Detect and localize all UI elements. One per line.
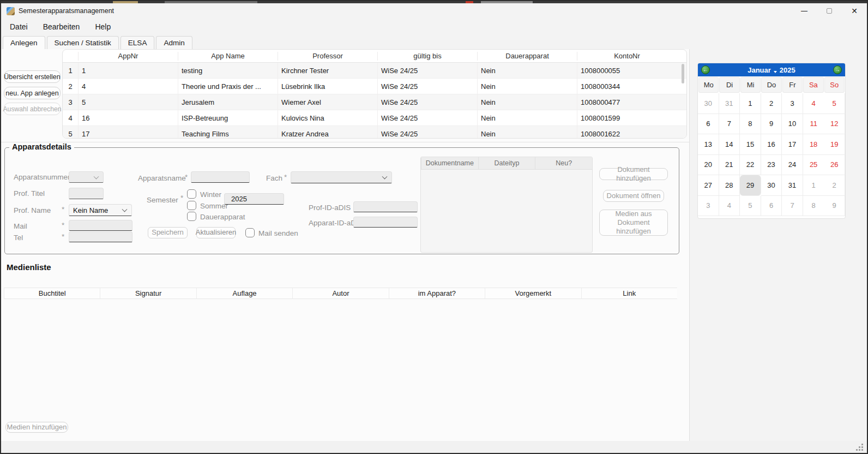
calendar-day[interactable]: 20 bbox=[698, 155, 719, 176]
add-media-from-document-button[interactable]: Medien aus Dokument hinzufügen bbox=[599, 210, 668, 236]
calendar-day[interactable]: 1 bbox=[803, 175, 824, 196]
medien-column-header[interactable]: Autor bbox=[292, 288, 388, 298]
cancel-selection-button[interactable]: Auswahl abbrechen bbox=[4, 103, 61, 115]
apparat-id-adis-input[interactable] bbox=[353, 217, 418, 228]
calendar-day[interactable]: 19 bbox=[824, 134, 845, 155]
table-row[interactable]: 5 17 Teaching Films Kratzer Andrea WiSe … bbox=[63, 126, 686, 139]
calendar-day[interactable]: 18 bbox=[803, 134, 824, 155]
calendar-day[interactable]: 31 bbox=[719, 93, 740, 114]
apparatsnummer-select[interactable] bbox=[69, 171, 104, 183]
table-scrollbar[interactable] bbox=[682, 64, 684, 136]
add-document-button[interactable]: Dokument hinzufügen bbox=[599, 168, 668, 180]
tab[interactable]: ELSA bbox=[120, 36, 155, 49]
calendar-day[interactable]: 31 bbox=[782, 175, 803, 196]
dauerapparat-checkbox[interactable] bbox=[187, 212, 196, 221]
calendar-day[interactable]: 2 bbox=[824, 175, 845, 196]
mail-input[interactable] bbox=[69, 220, 132, 231]
calendar-day[interactable]: 24 bbox=[782, 155, 803, 176]
calendar-day[interactable]: 10 bbox=[782, 114, 803, 135]
column-header[interactable]: Professor bbox=[278, 52, 377, 61]
required-marker: * bbox=[284, 173, 287, 181]
calendar-day[interactable]: 8 bbox=[740, 114, 761, 135]
calendar-day[interactable]: 9 bbox=[824, 196, 845, 217]
close-button[interactable]: ✕ bbox=[842, 3, 867, 19]
menu-item[interactable]: Datei bbox=[2, 19, 35, 34]
save-button[interactable]: Speichern bbox=[148, 227, 188, 238]
calendar-day[interactable]: 16 bbox=[761, 134, 782, 155]
next-month-button[interactable]: → bbox=[833, 65, 842, 74]
medien-column-header[interactable]: Buchtitel bbox=[4, 288, 100, 298]
prof-id-adis-input[interactable] bbox=[353, 201, 418, 212]
calendar-day[interactable]: 25 bbox=[803, 155, 824, 176]
winter-checkbox[interactable] bbox=[187, 189, 196, 199]
calendar-day[interactable]: 7 bbox=[782, 196, 803, 217]
calendar-day[interactable]: 7 bbox=[719, 114, 740, 135]
calendar-day[interactable]: 4 bbox=[803, 93, 824, 114]
column-header[interactable]: KontoNr bbox=[577, 52, 677, 61]
calendar-day[interactable]: 21 bbox=[719, 155, 740, 176]
tab[interactable]: Anlegen bbox=[3, 36, 45, 49]
apparatsname-input[interactable] bbox=[191, 171, 250, 183]
calendar-day[interactable]: 6 bbox=[761, 196, 782, 217]
tab[interactable]: Suchen / Statistik bbox=[47, 36, 119, 49]
calendar-day[interactable]: 2 bbox=[761, 93, 782, 114]
calendar-day[interactable]: 27 bbox=[698, 175, 719, 196]
tab[interactable]: Admin bbox=[156, 36, 192, 49]
prof-titel-input[interactable] bbox=[69, 188, 104, 199]
update-button[interactable]: Aktualisieren bbox=[196, 227, 236, 238]
calendar-day[interactable]: 17 bbox=[782, 134, 803, 155]
calendar-day[interactable]: 4 bbox=[719, 196, 740, 217]
menu-item[interactable]: Bearbeiten bbox=[35, 19, 88, 34]
previous-month-button[interactable]: ← bbox=[701, 65, 710, 74]
calendar-title[interactable]: Januar 2025 bbox=[748, 66, 795, 74]
column-header[interactable]: AppNr bbox=[78, 52, 178, 61]
tel-input[interactable] bbox=[69, 231, 132, 242]
semester-year-input[interactable] bbox=[224, 193, 284, 205]
calendar-day[interactable]: 30 bbox=[761, 175, 782, 196]
medien-column-header[interactable]: Auflage bbox=[196, 288, 292, 298]
medien-column-header[interactable]: Vorgemerkt bbox=[485, 288, 581, 298]
medien-column-header[interactable]: Link bbox=[581, 288, 677, 298]
table-row[interactable]: 1 1 testing Kirchner Tester WiSe 24/25 N… bbox=[63, 63, 686, 79]
table-row[interactable]: 4 16 ISP-Betreuung Kulovics Nina WiSe 24… bbox=[63, 110, 686, 126]
fach-select[interactable] bbox=[291, 171, 392, 183]
calendar-day[interactable]: 12 bbox=[824, 114, 845, 135]
table-row[interactable]: 2 4 Theorie und Praxis der ... Lüsebrink… bbox=[63, 79, 686, 94]
calendar-day[interactable]: 6 bbox=[698, 114, 719, 135]
table-row[interactable]: 3 5 Jerusalem Wiemer Axel WiSe 24/25 Nei… bbox=[63, 94, 686, 110]
calendar-day[interactable]: 14 bbox=[719, 134, 740, 155]
resize-grip[interactable] bbox=[856, 444, 864, 451]
calendar-day[interactable]: 11 bbox=[803, 114, 824, 135]
calendar-day[interactable]: 13 bbox=[698, 134, 719, 155]
scrollbar-thumb[interactable] bbox=[682, 64, 684, 83]
medien-column-header[interactable]: Signatur bbox=[100, 288, 196, 298]
prof-name-select[interactable]: Kein Name bbox=[69, 204, 132, 216]
calendar-day[interactable]: 22 bbox=[740, 155, 761, 176]
calendar-day[interactable]: 3 bbox=[698, 196, 719, 217]
sommer-checkbox[interactable] bbox=[187, 201, 196, 210]
calendar-day[interactable]: 28 bbox=[719, 175, 740, 196]
calendar-day[interactable]: 8 bbox=[803, 196, 824, 217]
mail-senden-checkbox[interactable] bbox=[245, 228, 255, 237]
calendar-day[interactable]: 29 bbox=[740, 175, 761, 196]
calendar-day[interactable]: 5 bbox=[824, 93, 845, 114]
column-header[interactable]: gültig bis bbox=[377, 52, 477, 61]
create-overview-button[interactable]: Übersicht erstellen bbox=[4, 70, 61, 83]
calendar-day[interactable]: 5 bbox=[740, 196, 761, 217]
calendar-day[interactable]: 3 bbox=[782, 93, 803, 114]
calendar-day[interactable]: 1 bbox=[740, 93, 761, 114]
column-header[interactable]: App Name bbox=[178, 52, 278, 61]
add-media-button[interactable]: Medien hinzufügen bbox=[5, 422, 68, 433]
calendar-day[interactable]: 26 bbox=[824, 155, 845, 176]
calendar-day[interactable]: 9 bbox=[761, 114, 782, 135]
maximize-button[interactable] bbox=[817, 3, 842, 19]
calendar-day[interactable]: 30 bbox=[698, 93, 719, 114]
medien-column-header[interactable]: im Apparat? bbox=[389, 288, 485, 298]
minimize-button[interactable]: — bbox=[792, 3, 817, 19]
open-document-button[interactable]: Dokument öffnen bbox=[603, 190, 664, 202]
new-app-button[interactable]: neu. App anlegen bbox=[4, 87, 61, 99]
column-header[interactable]: Dauerapparat bbox=[477, 52, 577, 61]
calendar-day[interactable]: 23 bbox=[761, 155, 782, 176]
calendar-day[interactable]: 15 bbox=[740, 134, 761, 155]
menu-item[interactable]: Help bbox=[87, 19, 118, 34]
